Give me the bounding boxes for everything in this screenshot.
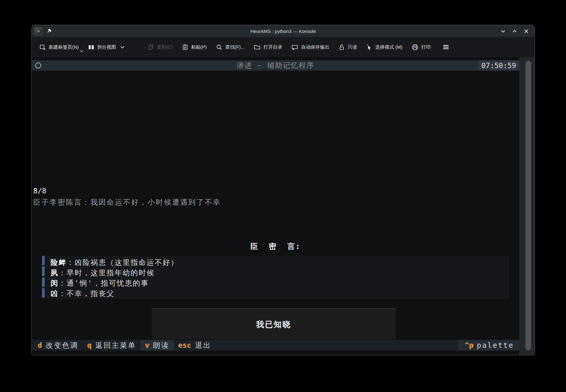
cursor-arrow-icon — [366, 44, 372, 51]
key-label: palette — [477, 341, 514, 349]
annotation-term: 闵 — [51, 279, 59, 287]
tui-header-bar: 潜进 – 辅助记忆程序 07:50:59 — [32, 60, 519, 71]
key-hint: q — [87, 341, 92, 349]
split-view-chevron-down-icon — [120, 46, 125, 49]
key-label: 改变色调 — [46, 341, 78, 350]
progress-counter: 8/8 — [33, 187, 46, 195]
annotation-line: 凶：不幸，指丧父 — [51, 288, 509, 299]
hamburger-menu-button[interactable] — [442, 44, 450, 50]
find-button[interactable]: 查找(F)... — [216, 44, 245, 51]
annotation-left-bar — [42, 256, 45, 299]
hamburger-menu-icon — [442, 44, 450, 50]
key-hint: d — [38, 341, 42, 349]
annotation-text: ：通'悯'，指可忧患的事 — [59, 279, 149, 287]
konsole-window: > HeurAMS : python3 — Konsole — [31, 25, 535, 355]
annotation-text: ：凶险祸患（这里指命运不好） — [67, 258, 179, 266]
key-hint: v — [145, 341, 149, 349]
print-label: 打印 — [421, 44, 431, 50]
print-button[interactable]: 打印 — [412, 44, 431, 51]
folder-icon — [254, 44, 261, 50]
maximize-icon[interactable] — [512, 28, 518, 34]
keybinding-change-theme[interactable]: d改变色调 — [33, 340, 83, 351]
terminal-area: 潜进 – 辅助记忆程序 07:50:59 8/8 臣子李密陈言：我因命运不好，小… — [32, 57, 535, 355]
keybinding-main-menu[interactable]: q返回主菜单 — [83, 340, 141, 351]
read-only-button[interactable]: 只读 — [338, 44, 357, 51]
tui-app-title: 潜进 – 辅助记忆程序 — [32, 60, 519, 71]
annotation-term: 险衅 — [51, 258, 67, 266]
open-directory-label: 打开目录 — [263, 44, 282, 50]
footer-keybar: d改变色调 q返回主菜单 v朗读 esc退出 ^ppalette — [32, 340, 519, 351]
tui-clock: 07:50:59 — [478, 60, 519, 71]
split-view-button[interactable]: 拆分视图 — [88, 44, 125, 51]
new-tab-label: 新建标签页(N) — [49, 44, 79, 50]
minimize-icon[interactable] — [500, 28, 506, 34]
keybinding-read-aloud[interactable]: v朗读 — [141, 340, 174, 351]
autosave-output-button[interactable]: 自动保存输出 — [291, 44, 329, 51]
toolbar: 新建标签页(N) 拆分视图 — [32, 37, 535, 57]
annotation-line: 险衅：凶险祸患（这里指命运不好） — [51, 257, 509, 268]
annotation-text: ：不幸，指丧父 — [59, 289, 115, 298]
speech-bubble-icon — [291, 44, 298, 51]
keybinding-quit[interactable]: esc退出 — [174, 340, 216, 351]
annotation-term: 夙 — [51, 269, 59, 277]
paste-label: 粘贴(P) — [191, 44, 207, 50]
translation-hint: 臣子李密陈言：我因命运不好，小时候遭遇到了不幸 — [33, 197, 221, 207]
close-icon[interactable] — [523, 28, 529, 34]
scrollbar-thumb[interactable] — [526, 61, 531, 350]
search-icon — [216, 44, 223, 51]
unlock-icon — [338, 44, 345, 51]
poem-line: 臣 密 言: — [32, 241, 519, 252]
new-tab-icon — [39, 44, 46, 51]
terminal-content[interactable]: 潜进 – 辅助记忆程序 07:50:59 8/8 臣子李密陈言：我因命运不好，小… — [32, 57, 519, 355]
title-bar[interactable]: > HeurAMS : python3 — Konsole — [32, 25, 535, 37]
split-view-icon — [88, 44, 94, 51]
copy-icon — [148, 44, 154, 50]
autosave-output-label: 自动保存输出 — [301, 44, 329, 50]
split-view-label: 拆分视图 — [97, 44, 116, 50]
desktop: > HeurAMS : python3 — Konsole — [0, 0, 566, 392]
annotation-term: 凶 — [51, 289, 59, 298]
command-palette-hint[interactable]: ^ppalette — [459, 340, 519, 351]
annotation-line: 闵：通'悯'，指可忧患的事 — [51, 278, 509, 288]
annotation-panel: 险衅：凶险祸患（这里指命运不好） 夙：早时，这里指年幼的时候 闵：通'悯'，指可… — [42, 256, 509, 299]
select-mode-label: 选择模式 (M) — [375, 44, 402, 50]
printer-icon — [412, 44, 418, 51]
acknowledge-button[interactable]: 我已知晓 — [152, 308, 396, 339]
select-mode-button[interactable]: 选择模式 (M) — [366, 44, 402, 51]
find-label: 查找(F)... — [225, 44, 245, 50]
annotation-line: 夙：早时，这里指年幼的时候 — [51, 268, 509, 278]
scrollbar-track[interactable] — [519, 57, 535, 355]
copy-label: 复制(C) — [157, 44, 173, 50]
annotation-text: ：早时，这里指年幼的时候 — [59, 269, 155, 277]
new-tab-button[interactable]: 新建标签页(N) — [39, 44, 79, 51]
paste-button[interactable]: 粘贴(P) — [182, 44, 207, 50]
read-only-label: 只读 — [348, 44, 357, 50]
window-title: HeurAMS : python3 — Konsole — [32, 29, 535, 34]
key-label: 朗读 — [153, 341, 170, 350]
new-tab-chevron-down-icon[interactable] — [80, 50, 84, 52]
copy-button[interactable]: 复制(C) — [148, 44, 173, 50]
key-label: 退出 — [195, 341, 211, 350]
key-label: 返回主菜单 — [95, 341, 136, 350]
paste-icon — [182, 44, 188, 50]
key-hint: ^p — [465, 341, 473, 349]
key-hint: esc — [178, 341, 191, 349]
open-directory-button[interactable]: 打开目录 — [254, 44, 282, 50]
